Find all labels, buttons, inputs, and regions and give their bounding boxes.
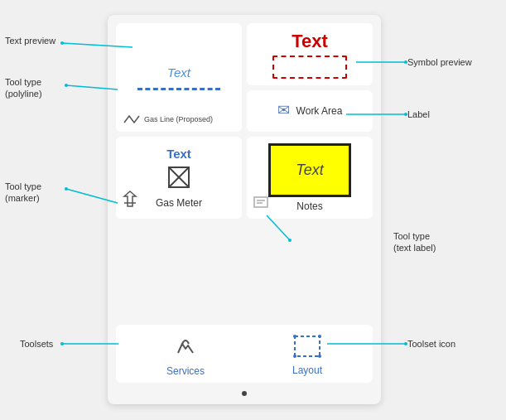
polyline-indicator: Gas Line (Proposed) (123, 113, 213, 125)
annotation-tool-type-marker: Tool type(marker) (5, 181, 41, 205)
right-column: Text ✉ Work Area (247, 23, 373, 132)
annotation-label: Label (407, 109, 430, 120)
svg-point-9 (318, 335, 321, 338)
marker-icon (123, 190, 137, 212)
svg-point-21 (65, 187, 68, 191)
notes-cell[interactable]: Text Notes (247, 137, 373, 219)
spacer (116, 224, 373, 320)
notes-yellow-box: Text (268, 143, 351, 197)
services-label: Services (166, 365, 205, 377)
annotation-tool-type-polyline: Tool type(polyline) (5, 76, 42, 100)
polyline-label: Gas Line (Proposed) (144, 115, 213, 123)
svg-point-8 (293, 335, 296, 338)
services-icon (174, 334, 197, 362)
notes-box-text: Text (296, 162, 323, 179)
layout-icon (293, 335, 321, 361)
svg-point-15 (65, 84, 68, 87)
annotation-symbol-preview: Symbol preview (407, 56, 472, 68)
annotation-toolset-icon: Toolset icon (407, 338, 455, 350)
main-panel: Text Gas Line (Proposed) Text ✉ Work Are… (108, 15, 381, 404)
bottom-grid: Text Gas Meter Text Notes (116, 137, 373, 219)
text-preview-cell[interactable]: Text Gas Line (Proposed) (116, 23, 242, 132)
svg-point-25 (60, 342, 64, 345)
svg-rect-4 (254, 197, 267, 207)
gas-meter-title: Text (166, 147, 191, 161)
meter-icon (167, 166, 190, 194)
toolsets-row: Services Layout (116, 325, 373, 383)
svg-rect-7 (295, 336, 320, 356)
textlabel-icon (253, 194, 268, 212)
dot-indicator (116, 388, 373, 396)
svg-point-11 (318, 355, 321, 358)
work-area-label: Work Area (296, 105, 343, 117)
active-dot (242, 391, 247, 396)
symbol-preview-title: Text (292, 31, 328, 52)
dotted-selection-rect (272, 56, 347, 79)
annotation-text-preview: Text preview (5, 35, 55, 46)
svg-point-13 (60, 41, 64, 45)
layout-toolset[interactable]: Layout (292, 335, 322, 376)
dashed-line (137, 88, 220, 90)
text-preview-label: Text (167, 65, 190, 80)
symbol-preview-cell[interactable]: Text (247, 23, 373, 85)
work-area-icon: ✉ (277, 101, 290, 119)
gas-meter-label: Gas Meter (156, 197, 202, 209)
svg-point-10 (293, 355, 296, 358)
notes-label: Notes (296, 200, 322, 212)
annotation-toolsets: Toolsets (20, 338, 53, 350)
services-toolset[interactable]: Services (166, 334, 205, 377)
work-area-cell[interactable]: ✉ Work Area (247, 90, 373, 132)
gas-meter-cell[interactable]: Text Gas Meter (116, 137, 242, 219)
layout-label: Layout (292, 364, 322, 376)
annotation-tool-type-textlabel: Tool type(text label) (393, 230, 436, 254)
top-grid: Text Gas Line (Proposed) Text ✉ Work Are… (116, 23, 373, 132)
